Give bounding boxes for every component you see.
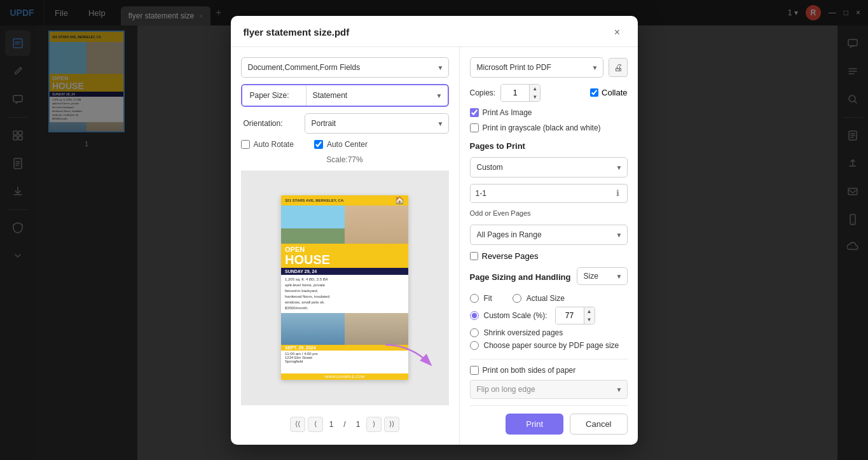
fit-radio[interactable] <box>470 294 479 303</box>
reverse-pages-row: Reverse Pages <box>470 251 628 261</box>
document-options-wrap: Document,Comment,Form Fields ▼ <box>241 57 449 78</box>
custom-scale-label: Custom Scale (%): <box>484 311 548 320</box>
pages-info-icon[interactable]: ℹ <box>609 185 627 202</box>
page-separator: / <box>340 420 349 429</box>
modal-left-panel: Document,Comment,Form Fields ▼ Paper Siz… <box>231 47 460 445</box>
nav-last-button[interactable]: ⟩⟩ <box>384 417 399 432</box>
scale-up-button[interactable]: ▲ <box>584 307 595 316</box>
flip-select: Flip on long edge <box>470 380 628 399</box>
nav-next-button[interactable]: ⟩ <box>366 417 382 432</box>
modal-right-panel: Microsoft Print to PDF ▼ 🖨 Copies: ▲ <box>460 47 638 445</box>
actual-size-radio[interactable] <box>513 294 521 303</box>
print-as-image-row: Print As Image <box>470 108 628 117</box>
printer-icon-button[interactable]: 🖨 <box>609 58 628 77</box>
orientation-row: Orientation: Portrait ▼ <box>241 113 449 134</box>
print-both-checkbox[interactable] <box>470 366 479 375</box>
nav-first-button[interactable]: ⟨⟨ <box>290 417 305 432</box>
printer-icon: 🖨 <box>614 62 623 73</box>
pages-to-print-section-label: Pages to Print <box>470 141 628 151</box>
orientation-label: Orientation: <box>241 119 305 128</box>
size-mode-wrap: Size ▼ <box>577 267 628 285</box>
scale-down-button[interactable]: ▼ <box>584 316 595 324</box>
copies-down-button[interactable]: ▼ <box>530 93 540 101</box>
print-both-sides-row: Print on both sides of paper <box>470 366 628 375</box>
auto-rotate-checkbox[interactable] <box>241 140 250 149</box>
copies-input[interactable] <box>501 85 529 101</box>
document-options-select[interactable]: Document,Comment,Form Fields <box>241 57 449 78</box>
pages-range-wrap: ℹ <box>470 184 628 203</box>
scale-input-wrap: ▲ ▼ <box>555 307 595 324</box>
pages-dropdown-select[interactable]: Custom <box>470 157 628 178</box>
custom-scale-radio[interactable] <box>470 311 479 320</box>
orientation-select-wrap: Portrait ▼ <box>305 113 449 134</box>
fit-radio-row: Fit Actual Size <box>470 294 628 303</box>
reverse-pages-checkbox[interactable] <box>470 252 478 260</box>
copies-up-button[interactable]: ▲ <box>530 85 540 93</box>
printer-select[interactable]: Microsoft Print to PDF <box>470 57 603 78</box>
modal-title: flyer statement size.pdf <box>244 27 350 38</box>
modal-close-button[interactable]: × <box>610 25 625 40</box>
print-both-section: Print on both sides of paper Flip on lon… <box>470 359 628 399</box>
printer-row: Microsoft Print to PDF ▼ 🖨 <box>470 57 628 78</box>
preview-area: 321 STARS AVE, BERKELEY, CA 🏠 OPEN HOUSE… <box>241 171 449 405</box>
choose-paper-radio[interactable] <box>470 341 479 350</box>
orientation-select[interactable]: Portrait <box>305 113 449 134</box>
auto-center-checkbox[interactable] <box>314 140 323 149</box>
paper-size-select[interactable]: Statement <box>306 85 366 106</box>
paper-size-row: Paper Size: Statement ▼ <box>241 84 449 107</box>
arrow-indicator <box>379 338 436 370</box>
auto-center-item[interactable]: Auto Center <box>314 140 368 149</box>
scale-spinners: ▲ ▼ <box>584 307 595 324</box>
pages-dropdown-wrap: Custom ▼ <box>470 157 628 178</box>
cancel-button[interactable]: Cancel <box>570 414 627 435</box>
collate-checkbox[interactable] <box>590 88 598 97</box>
shrink-radio-row: Shrink oversized pages <box>470 328 628 337</box>
copies-input-wrap: ▲ ▼ <box>500 84 541 102</box>
size-mode-select[interactable]: Size <box>577 267 628 285</box>
custom-scale-radio-row: Custom Scale (%): ▲ ▼ <box>470 307 628 324</box>
page-sizing-section-label: Page Sizing and Handling <box>470 272 571 282</box>
pages-range-input[interactable] <box>471 185 609 202</box>
auto-rotate-label: Auto Rotate <box>254 140 294 149</box>
modal-overlay: flyer statement size.pdf × Document,Comm… <box>0 0 868 460</box>
fit-label: Fit <box>484 294 492 303</box>
flip-dropdown-wrap: Flip on long edge ▼ <box>470 380 628 399</box>
print-dialog: flyer statement size.pdf × Document,Comm… <box>231 16 638 445</box>
scale-input[interactable] <box>556 307 584 324</box>
print-as-image-checkbox[interactable] <box>470 108 479 117</box>
copies-row: Copies: ▲ ▼ Collate <box>470 84 628 102</box>
paper-size-arrow: ▼ <box>436 92 443 99</box>
scale-text: Scale:77% <box>241 155 449 164</box>
auto-center-label: Auto Center <box>327 140 368 149</box>
page-current: 1 <box>326 420 338 429</box>
paper-size-label: Paper Size: <box>242 85 306 106</box>
actual-size-label: Actual Size <box>527 294 565 303</box>
nav-prev-button[interactable]: ⟨ <box>308 417 323 432</box>
print-as-image-label: Print As Image <box>483 108 532 117</box>
choose-paper-radio-row: Choose paper source by PDF page size <box>470 341 628 350</box>
page-nav: ⟨⟨ ⟨ 1 / 1 ⟩ ⟩⟩ <box>241 412 449 435</box>
odd-even-dropdown-wrap: All Pages in Range ▼ <box>470 225 628 245</box>
print-both-label: Print on both sides of paper <box>483 366 576 375</box>
print-grayscale-label: Print in grayscale (black and white) <box>483 123 601 132</box>
shrink-radio[interactable] <box>470 328 479 337</box>
print-button[interactable]: Print <box>506 414 563 435</box>
print-grayscale-checkbox[interactable] <box>470 123 479 132</box>
page-total: 1 <box>352 420 364 429</box>
auto-rotate-item[interactable]: Auto Rotate <box>241 140 294 149</box>
print-options-row: Auto Rotate Auto Center <box>241 140 449 149</box>
shrink-label: Shrink oversized pages <box>484 328 563 337</box>
modal-footer: Print Cancel <box>470 405 628 435</box>
copies-label: Copies: <box>470 88 496 97</box>
reverse-pages-label: Reverse Pages <box>482 251 539 261</box>
choose-paper-label: Choose paper source by PDF page size <box>484 341 619 350</box>
copies-spinners: ▲ ▼ <box>529 85 540 101</box>
page-sizing-header: Page Sizing and Handling Size ▼ <box>470 267 628 285</box>
collate-check: Collate <box>590 88 627 97</box>
collate-label: Collate <box>602 88 627 97</box>
modal-header: flyer statement size.pdf × <box>231 16 638 47</box>
odd-even-select[interactable]: All Pages in Range <box>470 225 628 245</box>
modal-body: Document,Comment,Form Fields ▼ Paper Siz… <box>231 47 638 445</box>
sizing-radio-group: Fit Actual Size Custom Scale (%): ▲ ▼ <box>470 291 628 352</box>
print-grayscale-row: Print in grayscale (black and white) <box>470 123 628 132</box>
